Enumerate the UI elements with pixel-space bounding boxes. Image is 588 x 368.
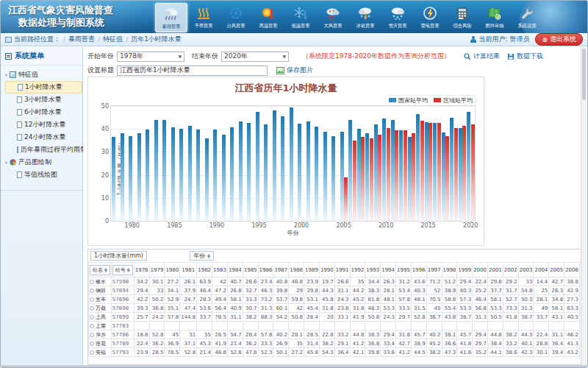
- toolbar-item-hightemp[interactable]: 高温普查: [252, 3, 284, 32]
- breadcrumb-item-feature[interactable]: 特征值: [103, 35, 123, 44]
- tree-leaf-process-avg[interactable]: 历年暴雨过程平均雨量: [5, 144, 82, 156]
- radio-icon[interactable]: [90, 333, 94, 337]
- toolbar-item-settings[interactable]: 系统设置: [511, 3, 543, 32]
- year-column-header[interactable]: 2001: [487, 263, 503, 277]
- year-column-header[interactable]: 2002: [503, 263, 518, 277]
- year-column-header[interactable]: 1992: [350, 263, 365, 277]
- year-column-header[interactable]: 1998: [442, 263, 457, 277]
- bar-national[interactable]: [129, 136, 132, 221]
- bar-regional[interactable]: [412, 133, 415, 221]
- toolbar-item-lightning[interactable]: 雷电普查: [414, 3, 446, 32]
- bar-regional[interactable]: [462, 126, 466, 221]
- year-group-header[interactable]: 年份 ▲▼: [190, 251, 214, 261]
- bar-national[interactable]: [315, 127, 318, 221]
- toolbar-item-typhoon[interactable]: 台风普查: [220, 3, 252, 32]
- year-column-header[interactable]: 1987: [273, 263, 289, 277]
- radio-icon[interactable]: [90, 297, 94, 302]
- year-column-header[interactable]: 1986: [258, 263, 273, 277]
- bar-national[interactable]: [188, 126, 192, 221]
- bar-regional[interactable]: [361, 137, 365, 221]
- bar-national[interactable]: [290, 107, 293, 221]
- radio-icon[interactable]: [90, 315, 94, 319]
- year-column-header[interactable]: 2005: [549, 263, 564, 277]
- legend-item-regional[interactable]: 区域站平均: [434, 96, 473, 105]
- start-year-select[interactable]: 1978年 ▼: [117, 52, 184, 62]
- tree-leaf-24h-precip[interactable]: 24小时降水量: [5, 131, 82, 144]
- station-select[interactable]: 万载: [89, 304, 112, 313]
- breadcrumb-item-survey[interactable]: 暴雨普查: [68, 35, 95, 44]
- bar-regional[interactable]: [353, 141, 356, 221]
- bar-regional[interactable]: [378, 135, 381, 221]
- station-select[interactable]: 萍乡: [89, 330, 112, 339]
- station-select[interactable]: 铜鼓: [89, 286, 112, 295]
- end-year-select[interactable]: 2020年 ▼: [221, 52, 289, 62]
- bar-regional[interactable]: [454, 128, 458, 221]
- bar-national[interactable]: [230, 127, 234, 221]
- station-select[interactable]: 修水: [89, 277, 112, 286]
- radio-icon[interactable]: [90, 342, 94, 346]
- tree-leaf-12h-precip[interactable]: 12小时降水量: [5, 118, 82, 131]
- radio-icon[interactable]: [90, 324, 94, 328]
- bar-national[interactable]: [239, 121, 243, 221]
- bar-national[interactable]: [298, 124, 301, 221]
- year-column-header[interactable]: 1982: [197, 263, 212, 277]
- year-column-header[interactable]: 2006: [564, 263, 580, 277]
- year-column-header[interactable]: 2004: [534, 263, 549, 277]
- year-column-header[interactable]: 1984: [227, 263, 243, 277]
- exit-system-button[interactable]: ⊗ 退出系统: [535, 33, 583, 46]
- bar-national[interactable]: [213, 130, 217, 221]
- bar-national[interactable]: [222, 135, 226, 221]
- station-select[interactable]: 安福: [89, 348, 112, 357]
- bar-regional[interactable]: [387, 128, 390, 221]
- toolbar-item-drought[interactable]: 干旱普查: [187, 3, 220, 32]
- year-column-header[interactable]: 1993: [365, 263, 381, 277]
- year-column-header[interactable]: 1980: [165, 263, 180, 277]
- bar-national[interactable]: [162, 120, 166, 221]
- bar-national[interactable]: [281, 116, 284, 221]
- radio-icon[interactable]: [90, 289, 94, 293]
- tree-node-products[interactable]: ▾ 产品图绘制: [5, 156, 82, 169]
- year-column-header[interactable]: 2000: [473, 263, 488, 277]
- bar-national[interactable]: [196, 130, 200, 221]
- bar-regional[interactable]: [344, 177, 348, 221]
- year-column-header[interactable]: 1999: [457, 263, 473, 277]
- bar-national[interactable]: [154, 120, 158, 221]
- legend-item-national[interactable]: 国家站平均: [389, 96, 428, 105]
- toolbar-item-snow[interactable]: 雪灾普查: [381, 3, 414, 32]
- tree-leaf-6h-precip[interactable]: 6小时降水量: [5, 106, 82, 118]
- page-vertical-scrollbar[interactable]: [581, 47, 587, 367]
- radio-icon[interactable]: [90, 280, 94, 284]
- bar-national[interactable]: [112, 137, 115, 221]
- year-column-header[interactable]: 1979: [149, 263, 165, 277]
- bar-national[interactable]: [247, 123, 251, 221]
- toolbar-item-gale[interactable]: 大风普查: [317, 3, 349, 32]
- bar-regional[interactable]: [445, 136, 449, 221]
- bar-national[interactable]: [121, 133, 124, 221]
- station-select[interactable]: 上栗: [89, 322, 112, 330]
- save-image-button[interactable]: 保存图片: [276, 66, 313, 75]
- year-column-header[interactable]: 2003: [518, 263, 534, 277]
- station-select[interactable]: 莲花: [89, 339, 112, 348]
- year-column-header[interactable]: 1989: [304, 263, 320, 277]
- bar-national[interactable]: [137, 133, 141, 221]
- tree-node-features[interactable]: ▾ 特征值: [5, 68, 82, 81]
- toolbar-item-hail[interactable]: 冰雹普查: [349, 3, 381, 32]
- year-column-header[interactable]: 1991: [334, 263, 350, 277]
- bar-regional[interactable]: [437, 123, 441, 221]
- bar-regional[interactable]: [370, 138, 373, 221]
- radio-icon[interactable]: [90, 306, 94, 311]
- download-button[interactable]: 数据下载: [507, 52, 543, 61]
- tree-leaf-1h-precip[interactable]: 1小时降水量: [5, 81, 82, 93]
- tree-leaf-contour[interactable]: 等值线绘图: [5, 169, 82, 181]
- bar-national[interactable]: [331, 136, 335, 221]
- year-column-header[interactable]: 1981: [180, 263, 197, 277]
- year-column-header[interactable]: 1985: [243, 263, 258, 277]
- year-column-header[interactable]: 1996: [411, 263, 426, 277]
- bar-regional[interactable]: [471, 124, 475, 221]
- bar-national[interactable]: [179, 129, 183, 221]
- year-column-header[interactable]: 1997: [426, 263, 442, 277]
- chart-title-input[interactable]: [117, 66, 268, 76]
- bar-regional[interactable]: [395, 130, 398, 221]
- toolbar-item-rainstorm[interactable]: 暴雨普查: [155, 3, 187, 32]
- year-column-header[interactable]: 1990: [319, 263, 334, 277]
